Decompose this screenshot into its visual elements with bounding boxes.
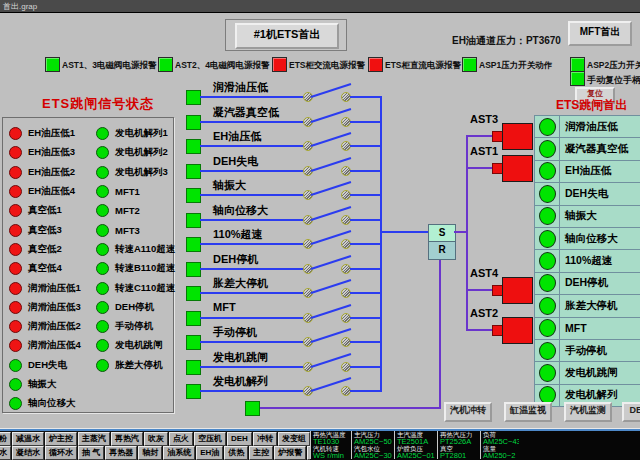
green-indicator (96, 185, 109, 198)
first-out-row: DEH失电 (535, 183, 640, 205)
taskbar-button[interactable]: 主控 (249, 446, 273, 460)
signal-label: EH油压低2 (28, 166, 75, 179)
first-out-label: 胀差大停机 (560, 295, 640, 316)
wire (350, 121, 381, 123)
taskbar-button[interactable]: 空压机 (194, 432, 226, 446)
first-out-row: 手动停机 (535, 340, 640, 362)
signal-label: 轴向位移大 (28, 397, 76, 410)
taskbar-button[interactable]: EH油 (196, 446, 223, 460)
signal-label: 润滑油压低1 (28, 282, 81, 295)
logic-input-square (186, 262, 201, 277)
signal-left-item: 润滑油压低4 (9, 336, 81, 355)
nav-button-4[interactable]: DEH (622, 402, 640, 422)
first-out-label: 润滑油压低 (560, 116, 640, 137)
manual-reset-label: 手动复位手柄 (587, 74, 640, 87)
logic-input-label: 胀差大停机 (213, 276, 268, 291)
taskbar-button[interactable]: 给水 (0, 446, 11, 460)
signal-left-item: EH油压低4 (9, 182, 81, 201)
taskbar-button[interactable]: 轴封 (138, 446, 162, 460)
signal-right-item: 发电机解列2 (96, 143, 175, 162)
first-out-indicator-cell (535, 295, 560, 316)
wire (200, 145, 304, 147)
ast-output-label: AST1 (470, 145, 498, 157)
signal-label: 发电机解列3 (115, 166, 168, 179)
output-branch-wire (468, 135, 492, 137)
logic-input-square (186, 115, 201, 130)
signal-left-item: EH油压低1 (9, 124, 81, 143)
signal-left-item: EH油压低3 (9, 143, 81, 162)
taskbar-button[interactable]: 炉报警 (274, 446, 306, 460)
green-indicator (539, 342, 556, 360)
main-first-out-button[interactable]: #1机ETS首出 (235, 23, 339, 49)
signal-label: MFT2 (115, 205, 140, 216)
wire (350, 96, 381, 98)
signal-left-item: 真空低2 (9, 240, 81, 259)
nav-button-1[interactable]: 汽机冲转 (444, 402, 492, 422)
first-out-label: 轴向位移大 (560, 228, 640, 249)
status-value: AM25C~30 (354, 452, 394, 459)
signal-label: 真空低1 (28, 204, 62, 217)
trip-signal-panel-title: ETS跳闸信号状态 (42, 95, 154, 113)
taskbar-button[interactable]: 再热器 (105, 446, 137, 460)
taskbar-button[interactable]: 凝结水 (12, 446, 44, 460)
green-indicator (96, 339, 109, 352)
logic-input-square (186, 335, 201, 350)
taskbar-button[interactable]: 点火 (169, 432, 193, 446)
signal-right-item: 发电机解列3 (96, 163, 175, 182)
red-indicator (9, 262, 22, 275)
first-out-indicator-cell (535, 362, 560, 383)
taskbar-button[interactable]: 冲转 (253, 432, 277, 446)
logic-input-label: EH油压低 (213, 129, 261, 144)
first-out-row: 凝汽器真空低 (535, 138, 640, 160)
taskbar-button[interactable]: 制粉 (0, 432, 11, 446)
red-indicator (9, 320, 22, 333)
nav-button-3[interactable]: 汽机监测 (564, 402, 612, 422)
first-out-row: 轴振大 (535, 206, 640, 228)
taskbar-button[interactable]: 油系统 (163, 446, 195, 460)
status-value: PT2526A (440, 438, 480, 445)
first-out-row: 发电机跳闸 (535, 362, 640, 384)
nav-button-2[interactable]: 缸温监视 (504, 402, 552, 422)
logic-input-label: 110%超速 (213, 227, 263, 242)
green-indicator (9, 359, 22, 372)
logic-input-label: MFT (213, 301, 236, 313)
ast-solenoid-block (502, 123, 533, 150)
taskbar-button[interactable]: 主蒸汽 (78, 432, 110, 446)
red-indicator (9, 243, 22, 256)
manual-reset-indicator (570, 71, 585, 86)
status-cell: 汽包水位AM25C~30 (351, 445, 394, 459)
first-out-label: 轴振大 (560, 206, 640, 227)
signal-label: 润滑油压低3 (28, 301, 81, 314)
mft-first-out-button[interactable]: MFT首出 (568, 21, 632, 46)
green-indicator (539, 364, 556, 382)
taskbar-button[interactable]: 发变组 (278, 432, 310, 446)
green-indicator (539, 297, 556, 315)
logic-input-label: 发电机解列 (213, 374, 268, 389)
status-cell: 炉膛负压AM25C~01 (394, 445, 437, 459)
green-indicator (539, 185, 556, 203)
first-out-row: 润滑油压低 (535, 116, 640, 138)
status-cell: 真空PT2801 (437, 445, 480, 459)
taskbar-button[interactable]: 抽 气 (78, 446, 104, 460)
output-branch-wire (468, 289, 492, 291)
status-value: TE1030 (313, 438, 351, 445)
ast-output-label: AST4 (470, 267, 498, 279)
wire (200, 121, 304, 123)
legend-indicator-3 (272, 57, 287, 72)
logic-input-label: 润滑油压低 (213, 80, 268, 95)
green-indicator (96, 262, 109, 275)
taskbar-button[interactable]: 炉主控 (45, 432, 77, 446)
status-cell: 再热汽压力PT2526A (437, 431, 480, 445)
taskbar-button[interactable]: 吹灰 (144, 432, 168, 446)
ast-solenoid-block (502, 277, 533, 304)
taskbar-button[interactable]: 再热汽 (111, 432, 143, 446)
signal-label: MFT1 (115, 186, 140, 197)
wire-to-set (381, 231, 428, 233)
taskbar-button[interactable]: DEH (227, 432, 252, 446)
signal-right-item: MFT2 (96, 201, 175, 220)
taskbar-button[interactable]: 供热 (224, 446, 248, 460)
green-indicator (96, 146, 109, 159)
signal-left-item: 真空低3 (9, 220, 81, 239)
taskbar-button[interactable]: 循环水 (45, 446, 77, 460)
taskbar-button[interactable]: 减温水 (12, 432, 44, 446)
